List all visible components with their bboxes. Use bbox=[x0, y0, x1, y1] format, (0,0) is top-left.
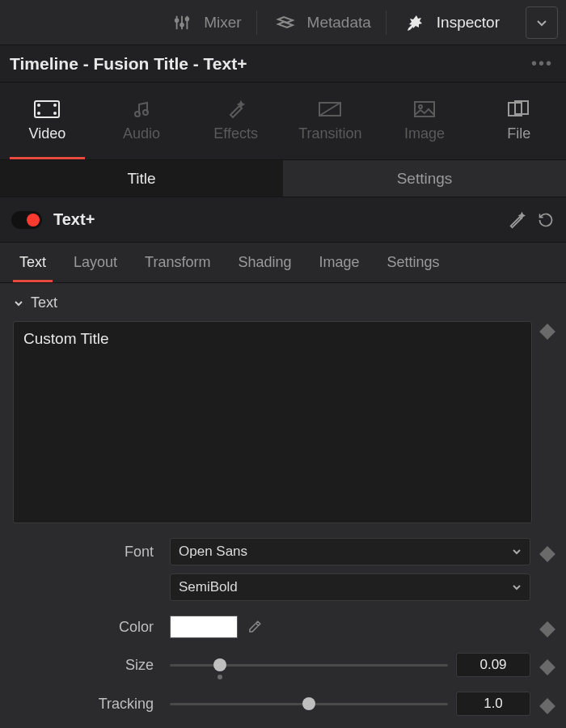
mixer-label: Mixer bbox=[204, 14, 241, 32]
size-label: Size bbox=[13, 657, 158, 674]
effect-enable-toggle[interactable] bbox=[11, 211, 42, 229]
transition-icon bbox=[316, 99, 344, 119]
subtab-transform[interactable]: Transform bbox=[133, 243, 222, 282]
tracking-slider[interactable] bbox=[170, 696, 448, 712]
font-weight-select[interactable]: SemiBold bbox=[170, 574, 530, 601]
svg-line-14 bbox=[319, 103, 340, 116]
audio-icon bbox=[128, 99, 155, 119]
color-label: Color bbox=[13, 619, 158, 636]
keyframe-diamond[interactable] bbox=[539, 546, 555, 562]
text-input[interactable] bbox=[13, 321, 532, 523]
tab-video-label: Video bbox=[28, 125, 65, 142]
file-icon bbox=[505, 99, 533, 119]
tab-effects-label: Effects bbox=[213, 125, 258, 142]
subtab-shading[interactable]: Shading bbox=[226, 243, 302, 282]
section-text-toggle[interactable]: Text bbox=[13, 294, 553, 311]
more-menu[interactable]: ••• bbox=[531, 54, 556, 73]
svg-point-12 bbox=[143, 110, 148, 115]
subtab-text[interactable]: Text bbox=[8, 243, 57, 282]
effect-sub-tabs: Text Layout Transform Shading Image Sett… bbox=[0, 243, 566, 283]
keyframe-diamond[interactable] bbox=[539, 324, 555, 340]
color-swatch[interactable] bbox=[170, 616, 238, 638]
subtab-image[interactable]: Image bbox=[307, 243, 370, 282]
mixer-tab[interactable]: Mixer bbox=[154, 0, 256, 44]
effect-header: Text+ bbox=[0, 197, 566, 243]
size-slider[interactable] bbox=[170, 657, 448, 673]
metadata-tab[interactable]: Metadata bbox=[257, 0, 386, 44]
inspector-label: Inspector bbox=[437, 14, 500, 32]
size-value[interactable]: 0.09 bbox=[456, 653, 530, 677]
effect-name: Text+ bbox=[53, 210, 508, 229]
tab-image[interactable]: Image bbox=[378, 83, 472, 159]
breadcrumb-bar: Timeline - Fusion Title - Text+ ••• bbox=[0, 45, 566, 83]
keyframe-diamond[interactable] bbox=[539, 621, 555, 637]
chevron-down-icon bbox=[13, 298, 24, 309]
svg-point-11 bbox=[135, 112, 140, 116]
metadata-icon bbox=[272, 13, 299, 32]
tab-video[interactable]: Video bbox=[0, 83, 95, 159]
tracking-label: Tracking bbox=[13, 696, 158, 713]
toggle-knob bbox=[27, 214, 40, 226]
tab-transition[interactable]: Transition bbox=[283, 83, 378, 159]
keyframe-diamond[interactable] bbox=[539, 659, 555, 675]
font-weight-value: SemiBold bbox=[179, 579, 238, 595]
keyframe-diamond[interactable] bbox=[539, 698, 555, 714]
panel-body: Text Font Open Sans SemiBold Color bbox=[0, 283, 566, 728]
image-icon bbox=[411, 99, 438, 119]
tab-audio-label: Audio bbox=[123, 125, 160, 142]
tracking-value[interactable]: 1.0 bbox=[456, 692, 530, 716]
effects-icon bbox=[222, 99, 250, 119]
toolbar-dropdown[interactable] bbox=[526, 6, 558, 39]
inspector-category-tabs: Video Audio Effects Transition Image Fil… bbox=[0, 83, 566, 160]
eyedropper-icon[interactable] bbox=[246, 618, 264, 636]
subtab-layout[interactable]: Layout bbox=[62, 243, 129, 282]
chevron-down-icon bbox=[512, 547, 522, 557]
svg-rect-15 bbox=[415, 102, 434, 116]
tab-effects[interactable]: Effects bbox=[188, 83, 283, 159]
video-icon bbox=[33, 99, 61, 119]
svg-rect-6 bbox=[35, 101, 59, 117]
svg-point-10 bbox=[54, 112, 56, 114]
svg-point-7 bbox=[38, 104, 40, 106]
font-family-value: Open Sans bbox=[179, 544, 247, 560]
svg-point-9 bbox=[54, 104, 56, 106]
tab-file-label: File bbox=[507, 125, 530, 142]
metadata-label: Metadata bbox=[307, 14, 371, 32]
inspector-tab[interactable]: Inspector bbox=[386, 0, 514, 44]
mixer-icon bbox=[168, 13, 196, 32]
top-toolbar: Mixer Metadata Inspector bbox=[0, 0, 566, 45]
wand-icon[interactable] bbox=[508, 211, 526, 229]
subtab-settings[interactable]: Settings bbox=[376, 243, 451, 282]
tab-transition-label: Transition bbox=[298, 125, 361, 142]
svg-point-8 bbox=[38, 112, 40, 114]
section-label: Text bbox=[31, 294, 57, 311]
tab-file[interactable]: File bbox=[471, 83, 566, 159]
breadcrumb: Timeline - Fusion Title - Text+ bbox=[10, 54, 247, 74]
seg-title[interactable]: Title bbox=[0, 160, 283, 197]
tab-audio[interactable]: Audio bbox=[95, 83, 189, 159]
svg-point-16 bbox=[419, 105, 422, 108]
tab-image-label: Image bbox=[404, 125, 445, 142]
inspector-icon bbox=[401, 13, 429, 32]
reset-icon[interactable] bbox=[537, 211, 555, 229]
font-family-select[interactable]: Open Sans bbox=[170, 538, 530, 565]
font-label: Font bbox=[13, 544, 158, 561]
title-settings-segmented: Title Settings bbox=[0, 160, 566, 197]
chevron-down-icon bbox=[512, 582, 522, 592]
seg-settings[interactable]: Settings bbox=[283, 160, 566, 197]
